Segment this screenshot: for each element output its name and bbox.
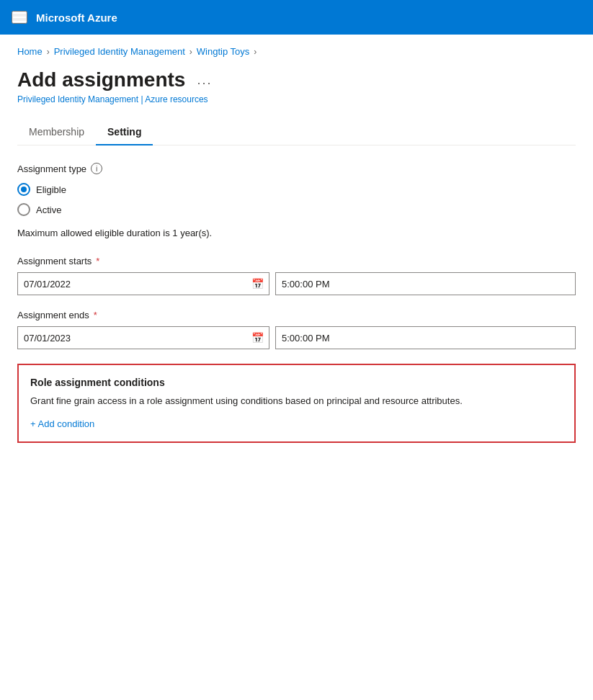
eligible-radio-input[interactable] — [17, 183, 30, 196]
active-radio-input[interactable] — [17, 203, 30, 216]
conditions-description: Grant fine grain access in a role assign… — [30, 394, 563, 408]
page-title-row: Add assignments ... — [17, 68, 576, 91]
breadcrumb-sep-2: › — [190, 47, 192, 57]
assignment-ends-label: Assignment ends * — [17, 310, 576, 320]
ends-calendar-icon[interactable]: 📅 — [251, 332, 264, 344]
ends-time-input[interactable] — [275, 326, 576, 349]
assignment-starts-inputs: 📅 — [17, 272, 576, 295]
form-section: Assignment type i Eligible Active Maximu… — [17, 163, 576, 472]
ends-date-input[interactable] — [17, 326, 269, 349]
starts-date-input[interactable] — [17, 272, 269, 295]
page-subtitle: Privileged Identity Management | Azure r… — [17, 94, 576, 104]
assignment-ends-inputs: 📅 — [17, 326, 576, 349]
active-radio-option[interactable]: Active — [17, 203, 576, 216]
page-title: Add assignments — [17, 68, 185, 91]
tab-membership[interactable]: Membership — [17, 119, 96, 145]
starts-calendar-icon[interactable]: 📅 — [251, 278, 264, 290]
assignment-type-radio-group: Eligible Active — [17, 183, 576, 216]
conditions-title: Role assignment conditions — [30, 377, 563, 388]
assignment-type-label: Assignment type i — [17, 163, 576, 174]
add-condition-button[interactable]: + Add condition — [30, 418, 94, 429]
tabs: Membership Setting — [17, 119, 576, 145]
top-bar: Microsoft Azure — [0, 0, 593, 35]
more-options-button[interactable]: ... — [194, 70, 215, 91]
breadcrumb-wingtip[interactable]: Wingtip Toys — [197, 46, 249, 57]
eligible-radio-option[interactable]: Eligible — [17, 183, 576, 196]
breadcrumb-sep-1: › — [47, 47, 50, 57]
breadcrumb-home[interactable]: Home — [17, 46, 43, 57]
hamburger-menu-button[interactable] — [12, 11, 27, 24]
breadcrumb: Home › Privileged Identity Management › … — [17, 46, 576, 57]
role-assignment-conditions-box: Role assignment conditions Grant fine gr… — [17, 364, 576, 443]
eligible-label: Eligible — [36, 184, 66, 195]
main-content: Home › Privileged Identity Management › … — [0, 35, 593, 700]
ends-required-star: * — [94, 310, 97, 320]
starts-date-wrapper: 📅 — [17, 272, 269, 295]
ends-date-wrapper: 📅 — [17, 326, 269, 349]
assignment-starts-group: Assignment starts * 📅 — [17, 256, 576, 295]
tab-setting[interactable]: Setting — [96, 119, 153, 145]
starts-time-input[interactable] — [275, 272, 576, 295]
starts-required-star: * — [96, 256, 99, 266]
app-title: Microsoft Azure — [36, 12, 117, 24]
breadcrumb-sep-3: › — [254, 47, 257, 57]
assignment-starts-label: Assignment starts * — [17, 256, 576, 266]
assignment-ends-group: Assignment ends * 📅 — [17, 310, 576, 349]
active-label: Active — [36, 205, 61, 215]
duration-note: Maximum allowed eligible duration is 1 y… — [17, 228, 576, 238]
breadcrumb-pim[interactable]: Privileged Identity Management — [54, 46, 185, 57]
assignment-type-info-icon[interactable]: i — [91, 163, 102, 174]
